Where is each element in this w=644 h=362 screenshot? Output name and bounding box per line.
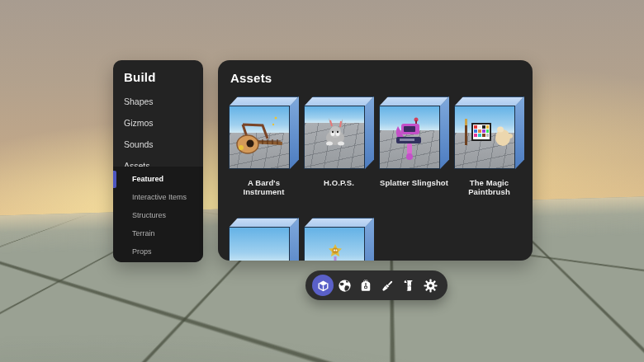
paint-tool-button[interactable] (376, 275, 398, 296)
build-tool-button[interactable] (312, 275, 334, 296)
paintbrush-art (455, 106, 515, 169)
bunny-art (305, 106, 365, 169)
assets-submenu: Featured Interactive Items Structures Te… (113, 167, 203, 262)
asset-card-splatter-slingshot[interactable]: Splatter Slingshot (379, 96, 449, 196)
asset-card-grid: A Bard's Instrument (229, 96, 526, 261)
slingshot-art (380, 106, 440, 169)
code-scroll-icon: </> (401, 278, 416, 293)
lute-art (230, 106, 290, 169)
nav-item-sounds[interactable]: Sounds (113, 134, 203, 155)
backpack-icon (358, 278, 373, 293)
wand-thumbnail (304, 218, 374, 261)
assets-panel-title: Assets (218, 60, 533, 85)
blaster-art (230, 228, 290, 261)
asset-card-label: The Magic Paintbrush (454, 178, 524, 196)
build-panel-title: Build (113, 60, 203, 91)
paintbrush-thumbnail (454, 96, 524, 169)
circuits-tool-button[interactable]: </> (398, 275, 419, 296)
globe-icon (337, 278, 353, 294)
sub-item-structures[interactable]: Structures (113, 206, 203, 224)
asset-card-label: A Bard's Instrument (229, 178, 299, 196)
cube-front-face (304, 106, 365, 169)
lute-thumbnail (229, 96, 299, 169)
sub-item-interactive-items[interactable]: Interactive Items (113, 188, 203, 206)
cube-front-face (229, 227, 290, 261)
asset-card-bards-instrument[interactable]: A Bard's Instrument (229, 96, 299, 196)
cube-side-face (439, 96, 449, 169)
paintbrush-icon (380, 278, 395, 294)
settings-tool-button[interactable] (419, 275, 441, 296)
asset-card-label: Splatter Slingshot (379, 178, 449, 187)
cube-side-face (364, 96, 374, 169)
sub-item-featured[interactable]: Featured (113, 170, 203, 188)
cube-side-face (289, 96, 299, 169)
cube-icon (316, 279, 330, 293)
main-toolbar: </> (305, 270, 447, 300)
sub-item-featured-label: Featured (132, 175, 163, 183)
blaster-thumbnail (229, 218, 299, 261)
cube-front-face (229, 106, 290, 169)
cube-front-face (454, 106, 515, 169)
sub-item-props[interactable]: Props (113, 242, 203, 261)
asset-card-blaster[interactable] (229, 218, 299, 261)
nav-item-gizmos[interactable]: Gizmos (113, 112, 203, 134)
sub-item-terrain[interactable]: Terrain (113, 224, 203, 242)
assets-panel: Assets (218, 60, 533, 261)
build-panel: Build Shapes Gizmos Sounds Assets Featur… (113, 60, 203, 262)
gear-icon (423, 278, 438, 294)
slingshot-thumbnail (379, 96, 449, 169)
vr-build-scene: Build Shapes Gizmos Sounds Assets Featur… (0, 0, 644, 362)
selected-indicator (113, 171, 116, 188)
cube-side-face (514, 96, 524, 169)
svg-text:</>: </> (406, 284, 413, 288)
cube-front-face (379, 106, 440, 169)
asset-card-magic-paintbrush[interactable]: The Magic Paintbrush (454, 96, 524, 196)
wand-art (305, 228, 365, 261)
asset-card-hops[interactable]: H.O.P.S. (304, 96, 374, 196)
backpack-tool-button[interactable] (355, 275, 376, 296)
asset-card-wand[interactable] (304, 218, 374, 261)
bunny-thumbnail (304, 96, 374, 169)
worlds-tool-button[interactable] (334, 275, 355, 296)
cube-front-face (304, 227, 365, 261)
asset-card-label: H.O.P.S. (304, 178, 374, 187)
nav-item-shapes[interactable]: Shapes (113, 91, 203, 112)
